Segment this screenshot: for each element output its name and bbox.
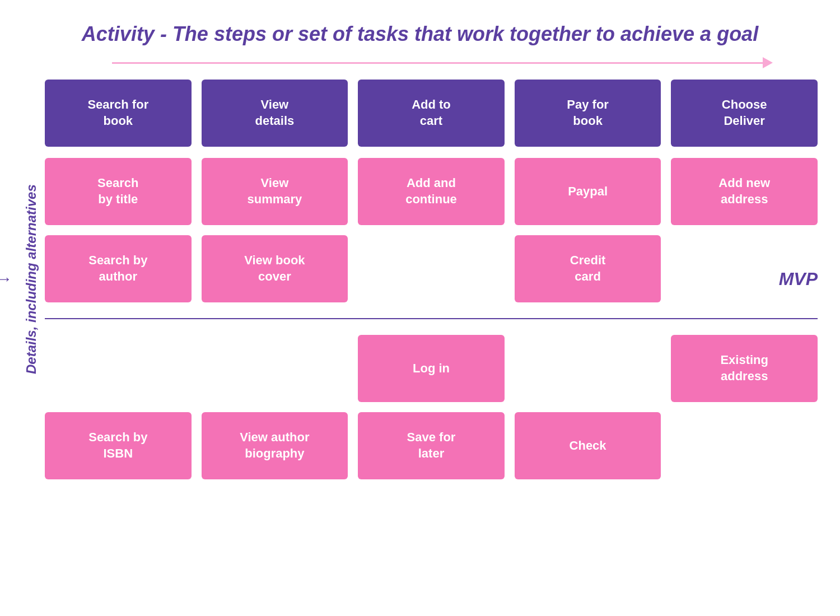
box-view-summary: Viewsummary xyxy=(202,158,348,225)
header-box-view-details: Viewdetails xyxy=(202,80,348,147)
box-save-for-later: Save forlater xyxy=(358,412,505,479)
box-add-and-continue: Add andcontinue xyxy=(358,158,505,225)
row-2: Search byauthor View bookcover Creditcar… xyxy=(45,235,818,302)
header-row: Search forbook Viewdetails Add tocart Pa… xyxy=(45,80,818,147)
row-4: Search byISBN View authorbiography Save … xyxy=(45,412,818,479)
side-label-text: Details, including alternatives xyxy=(24,185,39,375)
box-add-new-address: Add newaddress xyxy=(671,158,818,225)
box-log-in: Log in xyxy=(358,335,505,402)
side-label: ↓ Details, including alternatives xyxy=(0,80,34,479)
header-box-search-for-book: Search forbook xyxy=(45,80,192,147)
box-view-book-cover: View bookcover xyxy=(202,235,348,302)
box-empty-2 xyxy=(45,335,192,402)
main-container: ↓ Details, including alternatives Search… xyxy=(0,74,840,479)
box-empty-1 xyxy=(358,235,505,302)
box-empty-5 xyxy=(671,412,818,479)
box-search-by-isbn: Search byISBN xyxy=(45,412,192,479)
box-search-by-title: Searchby title xyxy=(45,158,192,225)
arrow-line xyxy=(112,62,763,64)
box-search-by-author: Search byauthor xyxy=(45,235,192,302)
box-check: Check xyxy=(515,412,661,479)
box-existing-address: Existingaddress xyxy=(671,335,818,402)
box-empty-4 xyxy=(515,335,661,402)
header-box-choose-deliver: ChooseDeliver xyxy=(671,80,818,147)
sub-rows: Searchby title Viewsummary Add andcontin… xyxy=(45,158,818,479)
header-box-pay-for-book: Pay forbook xyxy=(515,80,661,147)
mvp-divider xyxy=(45,318,818,319)
row-3: Log in Existingaddress xyxy=(45,335,818,402)
header-box-add-to-cart: Add tocart xyxy=(358,80,505,147)
grid-area: Search forbook Viewdetails Add tocart Pa… xyxy=(34,80,840,479)
page-title: Activity - The steps or set of tasks tha… xyxy=(0,0,840,52)
box-view-author-biography: View authorbiography xyxy=(202,412,348,479)
mvp-label: MVP xyxy=(671,235,818,302)
box-paypal: Paypal xyxy=(515,158,661,225)
side-arrow-icon: ↓ xyxy=(0,276,12,283)
arrow-container xyxy=(0,52,840,74)
row-1: Searchby title Viewsummary Add andcontin… xyxy=(45,158,818,225)
box-credit-card: Creditcard xyxy=(515,235,661,302)
arrow-head xyxy=(763,57,773,68)
box-empty-3 xyxy=(202,335,348,402)
